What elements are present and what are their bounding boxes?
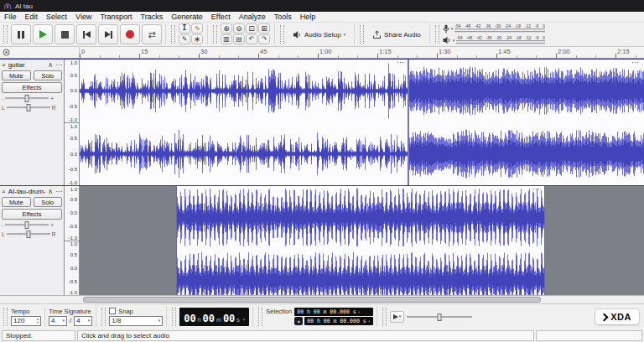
time-display-grip[interactable] bbox=[172, 308, 176, 326]
tools-toolbar-grip[interactable] bbox=[171, 25, 175, 44]
vertical-scale-guitar[interactable]: 1.00.50.0-0.5-1.01.00.50.0-0.5-1.0 bbox=[65, 60, 80, 185]
selection-tool-button[interactable]: I bbox=[179, 23, 190, 34]
menu-item-effect[interactable]: Effect bbox=[207, 13, 235, 21]
zoom-fit-button[interactable]: ⊞ bbox=[258, 23, 270, 34]
audio-setup-button[interactable]: Audio Setup ▾ bbox=[288, 23, 351, 45]
clip-menu-icon[interactable]: ⋯ bbox=[532, 186, 538, 193]
time-toolbar-grip[interactable] bbox=[3, 308, 8, 326]
menu-item-tracks[interactable]: Tracks bbox=[137, 13, 168, 21]
gain-slider[interactable] bbox=[5, 95, 49, 102]
play-speed-slider[interactable] bbox=[407, 313, 472, 321]
menu-item-help[interactable]: Help bbox=[296, 13, 320, 21]
silence-audio-button[interactable]: ▤ bbox=[233, 34, 245, 44]
skip-to-start-button[interactable] bbox=[76, 24, 96, 44]
envelope-tool-button[interactable]: ∿ bbox=[191, 23, 203, 34]
pan-slider-thumb[interactable] bbox=[26, 231, 30, 238]
track-menu-icon[interactable]: ⋯ bbox=[55, 62, 62, 69]
audio-setup-grip[interactable] bbox=[280, 25, 284, 44]
zoom-out-button[interactable]: ⊖ bbox=[233, 23, 245, 34]
selection-options-button[interactable]: ∗ bbox=[294, 317, 303, 325]
pan-slider-thumb[interactable] bbox=[26, 104, 30, 111]
play-speed-grip[interactable] bbox=[382, 308, 387, 326]
solo-button[interactable]: Solo bbox=[34, 197, 63, 207]
amplitude-scale-value: -1.0 bbox=[69, 117, 77, 122]
effects-button[interactable]: Effects bbox=[2, 209, 62, 220]
horizontal-scrollbar[interactable] bbox=[0, 295, 644, 303]
play-at-speed-button[interactable]: ▾ bbox=[390, 311, 405, 323]
track-name[interactable]: AI-tau-drum-d... bbox=[8, 188, 45, 195]
snap-toolbar-grip[interactable] bbox=[101, 308, 106, 326]
time-signature-denominator[interactable]: 4▾ bbox=[74, 316, 92, 326]
trim-audio-button[interactable]: ▥ bbox=[221, 34, 232, 44]
menu-item-generate[interactable]: Generate bbox=[167, 13, 207, 21]
play-speed-slider-thumb[interactable] bbox=[438, 314, 442, 321]
tempo-value: 120 bbox=[13, 317, 35, 324]
snap-select[interactable]: 1/8 ▾ bbox=[109, 316, 163, 326]
zoom-selection-button[interactable]: ⊡ bbox=[246, 23, 257, 34]
menu-item-view[interactable]: View bbox=[71, 13, 96, 21]
menu-item-file[interactable]: File bbox=[0, 13, 21, 21]
share-audio-grip[interactable] bbox=[360, 25, 364, 44]
gain-slider[interactable] bbox=[5, 221, 49, 229]
solo-button[interactable]: Solo bbox=[34, 70, 63, 80]
tempo-input[interactable]: 120 ▴▾ bbox=[11, 316, 41, 326]
collapse-track-icon[interactable]: ∧ bbox=[48, 189, 53, 195]
selection-end-field[interactable]: 00 h 00 m 00.000 s ▾ bbox=[304, 317, 372, 325]
menu-item-edit[interactable]: Edit bbox=[21, 13, 43, 21]
share-audio-button[interactable]: Share Audio bbox=[367, 23, 426, 45]
close-track-icon[interactable]: × bbox=[2, 62, 6, 69]
menu-item-select[interactable]: Select bbox=[42, 13, 71, 21]
loop-button[interactable]: ⇄ bbox=[142, 24, 162, 44]
timeline-options-button[interactable] bbox=[3, 49, 10, 56]
audio-setup-label: Audio Setup bbox=[304, 31, 341, 39]
effects-button[interactable]: Effects bbox=[2, 82, 62, 93]
mute-button[interactable]: Mute bbox=[2, 70, 31, 80]
waveform-guitar-left[interactable] bbox=[80, 60, 644, 122]
skip-to-end-button[interactable] bbox=[98, 24, 118, 44]
horizontal-scrollbar-thumb[interactable] bbox=[83, 297, 541, 303]
selection-toolbar-grip[interactable] bbox=[258, 308, 262, 326]
collapse-track-icon[interactable]: ∧ bbox=[48, 62, 53, 69]
meter-toolbar-grip[interactable] bbox=[435, 25, 439, 44]
waveform-drums-right[interactable] bbox=[80, 249, 644, 295]
waveform-drums-left[interactable] bbox=[80, 186, 644, 249]
playback-meter[interactable]: ▾ -54-48-42-36-30-24-18-12-60 bbox=[443, 35, 545, 46]
track-menu-icon[interactable]: ⋯ bbox=[55, 189, 62, 195]
snap-checkbox[interactable] bbox=[109, 308, 116, 314]
mute-button[interactable]: Mute bbox=[2, 197, 31, 207]
record-button[interactable] bbox=[120, 24, 140, 44]
transport-toolbar-grip[interactable] bbox=[3, 25, 8, 44]
play-button[interactable] bbox=[33, 24, 53, 44]
pan-slider[interactable] bbox=[7, 104, 50, 111]
chevron-down-icon[interactable]: ▾ bbox=[243, 318, 246, 322]
selection-start-field[interactable]: 00 h 00 m 00.000 s ▾ bbox=[294, 308, 372, 316]
redo-button[interactable]: ↷ bbox=[258, 34, 270, 44]
tempo-spinner[interactable]: ▴▾ bbox=[37, 318, 39, 324]
track-name[interactable]: guitar bbox=[8, 61, 45, 69]
zoom-in-button[interactable]: ⊕ bbox=[221, 23, 232, 34]
pan-left-label: L bbox=[2, 105, 5, 111]
clip-menu-icon[interactable]: ⋯ bbox=[631, 60, 637, 66]
time-signature-numerator[interactable]: 4▾ bbox=[49, 316, 67, 326]
pan-slider[interactable] bbox=[7, 231, 50, 238]
close-track-icon[interactable]: × bbox=[2, 189, 6, 195]
pause-button[interactable] bbox=[11, 24, 31, 44]
draw-tool-button[interactable]: ✎ bbox=[179, 34, 190, 44]
menu-item-transport[interactable]: Transport bbox=[96, 13, 136, 21]
undo-button[interactable]: ↶ bbox=[246, 34, 257, 44]
recording-meter[interactable]: ▾ -54-48-42-36-30-24-18-12-60 bbox=[443, 23, 545, 34]
edit-toolbar-grip[interactable] bbox=[213, 25, 217, 44]
gain-slider-thumb[interactable] bbox=[25, 221, 29, 229]
gain-slider-thumb[interactable] bbox=[25, 95, 29, 102]
stop-icon bbox=[61, 31, 69, 39]
clip-menu-icon[interactable]: ⋯ bbox=[397, 60, 402, 66]
audio-position-display[interactable]: 00h 00m 00s ▾ bbox=[179, 308, 249, 326]
multi-tool-button[interactable]: ∗ bbox=[191, 34, 203, 44]
menu-item-analyze[interactable]: Analyze bbox=[235, 13, 270, 21]
pan-left-label: L bbox=[2, 231, 5, 237]
waveform-guitar-right[interactable] bbox=[80, 122, 644, 185]
timeline-ruler[interactable]: 01530451:001:151:301:452:002:15 bbox=[0, 47, 644, 59]
menu-item-tools[interactable]: Tools bbox=[270, 13, 296, 21]
stop-button[interactable] bbox=[55, 24, 75, 44]
vertical-scale-drums[interactable]: 1.00.50.0-0.5-1.01.00.50.0-0.5-1.0 bbox=[65, 186, 80, 295]
